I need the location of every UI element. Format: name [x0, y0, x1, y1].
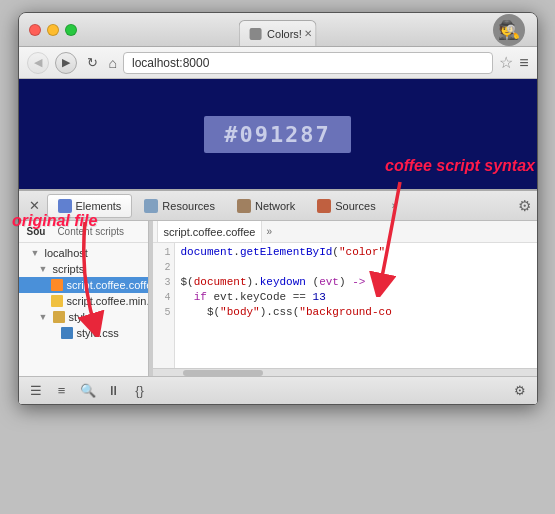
address-bar[interactable]: localhost:8000 — [123, 52, 493, 74]
line-numbers: 1 2 3 4 5 — [153, 243, 175, 368]
sources-icon — [317, 199, 331, 213]
code-content[interactable]: document.getElementById("color" $(docume… — [175, 243, 537, 368]
collapse-icon: ▼ — [39, 312, 49, 322]
devtools-toolbar: ✕ Elements Resources Network Sources — [19, 191, 537, 221]
devtools-panel: ✕ Elements Resources Network Sources — [19, 189, 537, 404]
code-file-name: script.coffee.coffee — [164, 226, 256, 238]
title-bar: Colors! ✕ 🕵️ — [19, 13, 537, 47]
traffic-lights — [29, 24, 77, 36]
code-file-tab[interactable]: script.coffee.coffee — [157, 221, 263, 242]
back-icon: ◀ — [34, 56, 42, 69]
settings-button[interactable]: ⚙ — [509, 380, 531, 402]
devtools-tab-sources[interactable]: Sources — [307, 194, 385, 218]
minimize-button[interactable] — [47, 24, 59, 36]
tree-item-css[interactable]: style.css — [19, 325, 148, 341]
devtools-tab-resources[interactable]: Resources — [134, 194, 225, 218]
collapse-icon: ▼ — [39, 264, 49, 274]
spy-icon-area: 🕵️ — [491, 12, 527, 48]
content-scripts-tab[interactable]: Content scripts — [53, 226, 128, 237]
devtools-bottom-bar: ☰ ≡ 🔍 ⏸ {} ⚙ — [19, 376, 537, 404]
devtools-gear-button[interactable]: ⚙ — [518, 197, 531, 215]
scripts-label: scripts — [53, 263, 85, 275]
network-tab-label: Network — [255, 200, 295, 212]
page-content: #091287 — [19, 79, 537, 189]
pretty-print-button[interactable]: {} — [129, 380, 151, 402]
devtools-tab-network[interactable]: Network — [227, 194, 305, 218]
localhost-label: localhost — [45, 247, 88, 259]
code-line-2 — [181, 260, 531, 275]
devtools-more-tabs[interactable]: » — [388, 200, 402, 211]
elements-tab-label: Elements — [76, 200, 122, 212]
browser-tab[interactable]: Colors! ✕ — [238, 20, 317, 46]
devtools-close-button[interactable]: ✕ — [25, 196, 45, 216]
url-text: localhost:8000 — [132, 56, 209, 70]
color-display: #091287 — [204, 116, 351, 153]
code-line-1: document.getElementById("color" — [181, 245, 531, 260]
nav-bar: ◀ ▶ ↻ ⌂ localhost:8000 ☆ ≡ — [19, 47, 537, 79]
bookmark-button[interactable]: ☆ — [499, 53, 513, 72]
code-more-tabs[interactable]: » — [266, 226, 272, 237]
tree-item-scripts[interactable]: ▼ scripts — [19, 261, 148, 277]
network-icon — [237, 199, 251, 213]
reload-button[interactable]: ↻ — [83, 53, 103, 73]
resources-icon — [144, 199, 158, 213]
minjs-file-label: script.coffee.min.js — [67, 295, 149, 307]
coffee-file-icon — [51, 279, 63, 291]
home-button[interactable]: ⌂ — [109, 55, 117, 71]
file-tree: ▼ localhost ▼ scripts script.coffee.coff… — [19, 243, 148, 343]
tree-item-coffee[interactable]: script.coffee.coffee — [19, 277, 148, 293]
tree-item-localhost[interactable]: ▼ localhost — [19, 245, 148, 261]
forward-icon: ▶ — [62, 56, 70, 69]
horizontal-scrollbar[interactable] — [153, 368, 537, 376]
dock-button[interactable]: ☰ — [25, 380, 47, 402]
maximize-button[interactable] — [65, 24, 77, 36]
menu-icon: ≡ — [519, 54, 528, 71]
code-body: 1 2 3 4 5 document.getElementById("color… — [153, 243, 537, 368]
code-line-4: if evt.keyCode == 13 — [181, 290, 531, 305]
devtools-tab-elements[interactable]: Elements — [47, 194, 133, 218]
js-file-icon — [51, 295, 63, 307]
home-icon: ⌂ — [109, 55, 117, 71]
coffee-file-label: script.coffee.coffee — [67, 279, 149, 291]
sources-panel: Sou Content scripts ▼ localhost ▼ script… — [19, 221, 149, 376]
back-button[interactable]: ◀ — [27, 52, 49, 74]
code-line-5: $("body").css("background-co — [181, 305, 531, 320]
folder-icon — [53, 311, 65, 323]
collapse-icon: ▼ — [31, 248, 41, 258]
elements-icon — [58, 199, 72, 213]
code-header: script.coffee.coffee » — [153, 221, 537, 243]
sources-header: Sou Content scripts — [19, 221, 148, 243]
scrollbar-thumb[interactable] — [183, 370, 263, 376]
search-button[interactable]: 🔍 — [77, 380, 99, 402]
reload-icon: ↻ — [87, 55, 98, 70]
color-value: #091287 — [224, 122, 331, 147]
menu-button[interactable]: ≡ — [519, 54, 528, 72]
spy-logo: 🕵️ — [493, 14, 525, 46]
sources-tab-label[interactable]: Sou — [23, 226, 50, 237]
sources-tab-label: Sources — [335, 200, 375, 212]
console-button[interactable]: ≡ — [51, 380, 73, 402]
tab-favicon — [249, 28, 261, 40]
close-button[interactable] — [29, 24, 41, 36]
resources-tab-label: Resources — [162, 200, 215, 212]
css-file-icon — [61, 327, 73, 339]
styles-label: styles — [69, 311, 97, 323]
tree-item-styles[interactable]: ▼ styles — [19, 309, 148, 325]
forward-button[interactable]: ▶ — [55, 52, 77, 74]
tree-item-minjs[interactable]: script.coffee.min.js — [19, 293, 148, 309]
code-line-3: $(document).keydown (evt) -> — [181, 275, 531, 290]
tab-close-button[interactable]: ✕ — [304, 28, 312, 39]
browser-window: Colors! ✕ 🕵️ ◀ ▶ ↻ ⌂ localhost:8 — [18, 12, 538, 405]
tab-bar: Colors! ✕ — [238, 13, 317, 46]
css-file-label: style.css — [77, 327, 119, 339]
pause-button[interactable]: ⏸ — [103, 380, 125, 402]
code-panel: script.coffee.coffee » 1 2 3 4 5 — [153, 221, 537, 376]
tab-label: Colors! — [267, 28, 302, 40]
star-icon: ☆ — [499, 54, 513, 71]
devtools-main: Sou Content scripts ▼ localhost ▼ script… — [19, 221, 537, 376]
